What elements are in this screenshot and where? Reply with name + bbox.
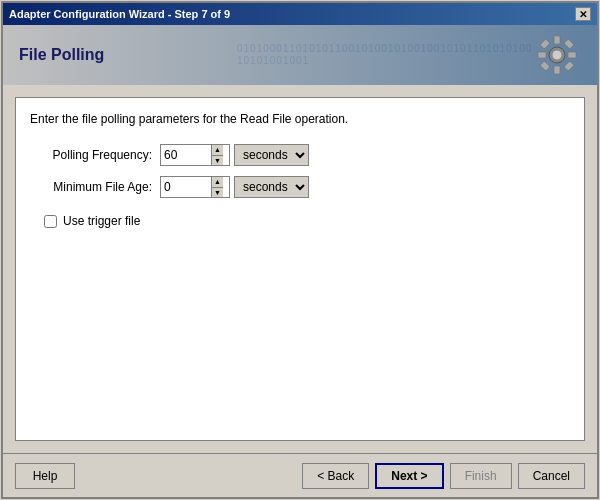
svg-rect-4 [568, 52, 576, 58]
gear-icon [533, 31, 581, 79]
footer: Help < Back Next > Finish Cancel [3, 453, 597, 497]
svg-rect-1 [554, 36, 560, 44]
next-button[interactable]: Next > [375, 463, 443, 489]
description: Enter the file polling parameters for th… [30, 112, 570, 126]
polling-frequency-input[interactable] [161, 145, 211, 165]
page-title: File Polling [19, 46, 104, 64]
minimum-file-age-spinner-buttons: ▲ ▼ [211, 177, 223, 197]
minimum-file-age-up[interactable]: ▲ [212, 177, 223, 188]
minimum-file-age-row: Minimum File Age: ▲ ▼ seconds minutes ho… [30, 176, 570, 198]
minimum-file-age-label: Minimum File Age: [30, 180, 160, 194]
svg-rect-5 [540, 39, 550, 49]
svg-rect-3 [538, 52, 546, 58]
minimum-file-age-down[interactable]: ▼ [212, 188, 223, 198]
help-button[interactable]: Help [15, 463, 75, 489]
inner-panel: Enter the file polling parameters for th… [15, 97, 585, 441]
polling-frequency-down[interactable]: ▼ [212, 156, 223, 166]
polling-frequency-row: Polling Frequency: ▲ ▼ seconds minutes h… [30, 144, 570, 166]
svg-rect-6 [564, 39, 574, 49]
header-bg-decoration: 0101000110101011001010010100100101011010… [237, 25, 537, 85]
footer-left: Help [15, 463, 75, 489]
trigger-file-checkbox[interactable] [44, 215, 57, 228]
header-banner: File Polling 010100011010101100101001010… [3, 25, 597, 85]
svg-point-9 [552, 50, 562, 60]
trigger-file-label: Use trigger file [63, 214, 140, 228]
finish-button: Finish [450, 463, 512, 489]
title-bar: Adapter Configuration Wizard - Step 7 of… [3, 3, 597, 25]
polling-frequency-spinner[interactable]: ▲ ▼ [160, 144, 230, 166]
svg-rect-2 [554, 66, 560, 74]
cancel-button[interactable]: Cancel [518, 463, 585, 489]
trigger-file-row: Use trigger file [44, 214, 570, 228]
back-button[interactable]: < Back [302, 463, 369, 489]
window-title: Adapter Configuration Wizard - Step 7 of… [9, 8, 230, 20]
minimum-file-age-unit[interactable]: seconds minutes hours [234, 176, 309, 198]
svg-rect-7 [540, 61, 550, 71]
polling-frequency-unit[interactable]: seconds minutes hours [234, 144, 309, 166]
wizard-window: Adapter Configuration Wizard - Step 7 of… [1, 1, 599, 499]
close-button[interactable]: ✕ [575, 7, 591, 21]
footer-right: < Back Next > Finish Cancel [302, 463, 585, 489]
content-area: Enter the file polling parameters for th… [3, 85, 597, 453]
minimum-file-age-input[interactable] [161, 177, 211, 197]
polling-frequency-spinner-buttons: ▲ ▼ [211, 145, 223, 165]
polling-frequency-label: Polling Frequency: [30, 148, 160, 162]
svg-rect-8 [564, 61, 574, 71]
minimum-file-age-spinner[interactable]: ▲ ▼ [160, 176, 230, 198]
polling-frequency-up[interactable]: ▲ [212, 145, 223, 156]
